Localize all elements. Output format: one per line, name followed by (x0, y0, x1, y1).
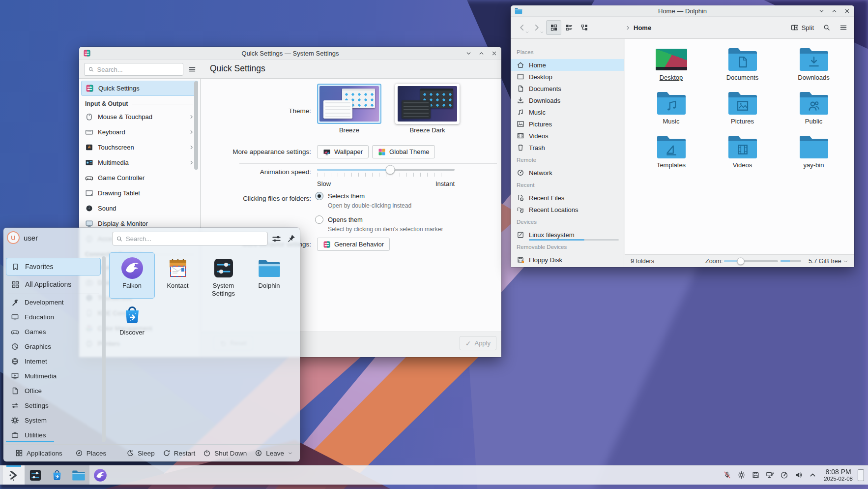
theme-option[interactable]: Breeze (317, 84, 381, 134)
folder-item[interactable]: Downloads (778, 44, 849, 88)
settings-category-item[interactable]: Drawing Tablet (81, 185, 198, 201)
launcher-category[interactable]: Education (6, 309, 101, 324)
launcher-category[interactable]: Games (6, 324, 101, 339)
folder-item[interactable]: Pictures (707, 88, 778, 131)
places-item[interactable]: Videos (511, 130, 624, 142)
launcher-category[interactable]: System (6, 413, 101, 428)
expand-tray-icon[interactable] (809, 471, 817, 479)
app-tile[interactable]: Dolphin (246, 252, 292, 299)
launcher-category[interactable]: Development (6, 295, 101, 309)
settings-search-box[interactable] (84, 63, 183, 76)
split-button[interactable]: Split (788, 22, 817, 33)
places-item[interactable]: Network (511, 167, 624, 179)
folder-item[interactable]: Videos (707, 131, 778, 175)
network-icon[interactable] (766, 471, 774, 479)
folder-item[interactable]: yay-bin (778, 131, 849, 175)
launcher-nav-item[interactable]: All Applications (6, 275, 101, 293)
places-item[interactable]: Music (511, 106, 624, 118)
app-tile[interactable]: Discover (109, 299, 155, 345)
zoom-slider[interactable] (724, 260, 778, 262)
places-item[interactable]: Recent Files (511, 192, 624, 204)
footer-tab[interactable]: Applications (15, 449, 62, 457)
show-desktop-button[interactable] (858, 469, 864, 481)
launcher-scrollbar[interactable] (102, 256, 106, 442)
brightness-icon[interactable] (737, 471, 746, 479)
configure-icon[interactable] (271, 234, 282, 244)
minimize-icon[interactable] (465, 50, 472, 57)
theme-option[interactable]: Breeze Dark (395, 84, 460, 134)
places-item[interactable]: Documents (511, 83, 624, 94)
folder-item[interactable]: Templates (636, 131, 707, 175)
session-action[interactable]: Shut Down (203, 449, 247, 457)
folder-item[interactable]: Desktop (636, 44, 707, 88)
microphone-muted-icon[interactable] (723, 471, 731, 479)
app-tile[interactable]: System Settings (201, 252, 246, 299)
folder-item[interactable]: Public (778, 88, 849, 131)
launcher-category[interactable]: Multimedia (6, 368, 101, 383)
breadcrumb[interactable]: Home (625, 24, 651, 31)
menu-button[interactable] (837, 21, 850, 34)
places-item[interactable]: Floppy Disk (511, 254, 624, 266)
places-item[interactable]: Linux filesystem (511, 229, 624, 241)
desktop[interactable]: Quick Settings — System Settings Quick S… (0, 0, 868, 489)
radio-button[interactable] (315, 192, 323, 200)
radio-button[interactable] (315, 215, 323, 224)
overflow-menu-button[interactable] (186, 63, 198, 75)
settings-category-item[interactable]: Game Controller (81, 170, 198, 185)
app-tile[interactable]: Falkon (109, 252, 155, 299)
settings-category-item[interactable]: Multimedia (81, 155, 198, 170)
forward-button[interactable] (529, 20, 544, 35)
details-view-button[interactable] (561, 20, 577, 35)
launcher-button[interactable] (3, 465, 25, 485)
user-avatar[interactable]: U (7, 231, 20, 244)
slider-handle[interactable] (386, 165, 395, 175)
settings-category-item[interactable]: Keyboard (81, 124, 198, 140)
places-item[interactable]: Desktop (511, 71, 624, 83)
app-tile[interactable]: Kontact (155, 252, 201, 299)
slider-handle[interactable] (737, 258, 745, 265)
maximize-icon[interactable] (831, 8, 838, 14)
folder-view[interactable]: Desktop Documents (625, 39, 854, 254)
disk-quota-icon[interactable] (752, 471, 760, 479)
search-input[interactable] (126, 235, 264, 243)
session-action[interactable]: Leave (255, 449, 293, 457)
settings-category-item[interactable]: Quick Settings (81, 81, 198, 96)
apply-button[interactable]: ✓ Apply (460, 336, 496, 350)
tree-view-button[interactable] (577, 20, 592, 35)
chevron-down-icon[interactable] (525, 30, 529, 34)
icons-view-button[interactable] (546, 20, 561, 35)
chevron-down-icon[interactable] (540, 30, 544, 34)
pin-icon[interactable] (287, 234, 296, 243)
places-item[interactable]: Trash (511, 142, 624, 153)
folder-item[interactable]: Documents (707, 44, 778, 88)
launcher-category[interactable]: Utilities (6, 428, 101, 442)
breadcrumb-home[interactable]: Home (634, 24, 651, 31)
places-item[interactable]: Pictures (511, 118, 624, 130)
launcher-category[interactable]: Settings (6, 398, 101, 413)
places-item[interactable]: Downloads (511, 94, 624, 106)
system-monitor-icon[interactable] (780, 471, 788, 479)
search-input[interactable] (97, 66, 179, 73)
session-action[interactable]: Sleep (126, 449, 155, 457)
volume-icon[interactable] (794, 471, 803, 479)
animation-speed-slider[interactable] (317, 169, 455, 177)
maximize-icon[interactable] (478, 50, 485, 57)
launcher-search-box[interactable] (112, 232, 268, 245)
search-button[interactable] (820, 21, 834, 34)
places-item[interactable]: Recent Locations (511, 204, 624, 215)
close-icon[interactable] (491, 50, 497, 57)
appearance-settings-button[interactable]: Global Theme (372, 145, 435, 158)
close-icon[interactable] (844, 8, 850, 14)
task-dolphin[interactable] (68, 465, 89, 485)
chevron-down-icon[interactable] (843, 259, 848, 264)
session-action[interactable]: Restart (163, 449, 196, 457)
task-discover[interactable] (46, 465, 68, 485)
general-behavior-button[interactable]: General Behavior (317, 238, 390, 251)
chevron-down-icon[interactable] (288, 451, 293, 456)
places-item[interactable]: Home (511, 59, 624, 71)
launcher-nav-item[interactable]: Favorites (6, 258, 101, 275)
launcher-category[interactable]: Graphics (6, 339, 101, 354)
launcher-category[interactable]: Internet (6, 354, 101, 368)
titlebar[interactable]: Quick Settings — System Settings (79, 47, 501, 60)
appearance-settings-button[interactable]: Wallpaper (317, 145, 369, 158)
